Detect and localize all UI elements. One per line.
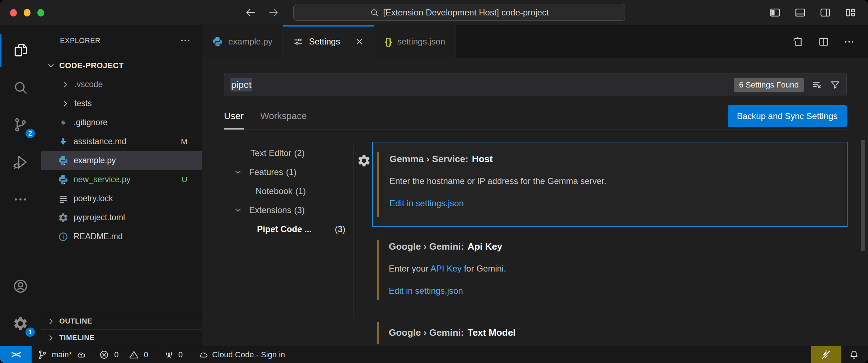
setting-gemma-service-host[interactable]: Gemma › Service:Host Enter the hostname …	[372, 142, 848, 227]
chevron-down-icon	[46, 61, 56, 70]
toggle-secondary-sidebar-icon[interactable]	[819, 6, 831, 19]
tree-item-vscode[interactable]: .vscode	[41, 75, 202, 94]
back-icon[interactable]	[245, 7, 256, 18]
setting-google-gemini-text-model[interactable]: Google › Gemini:Text Model	[372, 323, 848, 346]
notifications-item[interactable]	[849, 349, 859, 360]
setting-actions-gear-icon[interactable]	[357, 154, 371, 168]
tree-item-readme-md[interactable]: README.md	[41, 227, 202, 246]
bell-icon	[849, 349, 859, 360]
tab-bar: example.py Settings {} settings.json	[202, 25, 868, 58]
settings-toc: Text Editor(2) Features(1) Notebook(1) E…	[220, 143, 353, 239]
cloud-code-status-item[interactable]: Cloud Code - Sign in	[199, 350, 285, 360]
scrollbar-thumb[interactable]	[861, 140, 865, 251]
tree-item-pyproject-toml[interactable]: pyproject.toml	[41, 208, 202, 227]
activity-explorer[interactable]	[0, 32, 41, 69]
toggle-primary-sidebar-icon[interactable]	[769, 6, 781, 19]
run-debug-icon	[13, 154, 28, 170]
search-icon	[13, 80, 28, 95]
zoom-window-button[interactable]	[37, 9, 44, 16]
chevron-right-icon	[61, 99, 70, 108]
editor-area: example.py Settings {} settings.json	[202, 25, 868, 346]
explorer-sidebar: EXPLORER CODE-PROJECT .vscode tests	[41, 25, 202, 346]
scope-tab-workspace[interactable]: Workspace	[260, 103, 307, 129]
clear-filters-icon[interactable]	[811, 79, 822, 90]
cloud-upload-icon	[76, 350, 86, 360]
account-icon	[13, 278, 28, 294]
api-key-link[interactable]: API Key	[430, 264, 462, 273]
toc-extensions[interactable]: Extensions(3)	[220, 201, 353, 220]
python-icon	[58, 155, 69, 166]
settings-search-input[interactable]: pipet 6 Settings Found	[224, 74, 847, 96]
branch-status-item[interactable]: main*	[37, 350, 86, 360]
remote-indicator[interactable]: ><	[0, 346, 32, 363]
minimize-window-button[interactable]	[24, 9, 31, 16]
tab-settings[interactable]: Settings	[283, 25, 375, 58]
chevron-right-icon	[46, 317, 56, 326]
filter-funnel-icon[interactable]	[830, 79, 841, 90]
toc-separator[interactable]	[353, 143, 354, 319]
timeline-section[interactable]: TIMELINE	[41, 329, 202, 346]
search-icon	[370, 8, 379, 17]
toc-pipet-code[interactable]: Pipet Code ...(3)	[220, 220, 353, 239]
setting-description: Enter your API Key for Gemini.	[389, 264, 840, 274]
customize-layout-icon[interactable]	[844, 6, 857, 19]
status-bar: >< main* 0 0 0 Cloud Code - Sign in	[0, 346, 868, 363]
setting-title: Gemma › Service:Host	[389, 154, 840, 165]
tree-item-assistance-md[interactable]: assistance.md M	[41, 132, 202, 151]
activity-more[interactable]	[0, 181, 41, 218]
tree-item-new-service-py[interactable]: new_service.py U	[41, 170, 202, 189]
settings-scope-row: User Workspace Backup and Sync Settings	[224, 103, 847, 130]
more-actions-icon[interactable]	[843, 36, 855, 48]
git-modified-badge: M	[181, 137, 187, 146]
outline-section[interactable]: OUTLINE	[41, 313, 202, 329]
tab-example-py[interactable]: example.py	[202, 25, 283, 58]
project-root-row[interactable]: CODE-PROJECT	[41, 56, 202, 75]
activity-settings[interactable]: 1	[0, 305, 41, 342]
open-settings-json-icon[interactable]	[792, 36, 804, 48]
toc-text-editor[interactable]: Text Editor(2)	[220, 143, 353, 162]
tree-item-example-py[interactable]: example.py	[41, 151, 202, 170]
backup-sync-settings-button[interactable]: Backup and Sync Settings	[728, 105, 847, 127]
activity-source-control[interactable]: 2	[0, 106, 41, 143]
problems-status-item[interactable]: 0 0	[99, 350, 148, 360]
flash-off-status-item[interactable]	[811, 346, 841, 363]
tree-item-gitignore[interactable]: .gitignore	[41, 113, 202, 132]
explorer-header-label: EXPLORER	[60, 37, 101, 45]
setting-google-gemini-api-key[interactable]: Google › Gemini:Api Key Enter your API K…	[372, 237, 848, 301]
chevron-right-icon	[46, 333, 56, 343]
close-window-button[interactable]	[10, 9, 17, 16]
activity-bar: 2 1	[0, 25, 41, 346]
gear-icon	[58, 212, 69, 223]
settings-editor: pipet 6 Settings Found User Workspace Ba…	[202, 58, 868, 346]
ports-status-item[interactable]: 0	[164, 350, 183, 360]
tab-settings-json[interactable]: {} settings.json	[374, 25, 456, 58]
radio-tower-icon	[164, 350, 174, 360]
search-value: pipet	[230, 78, 252, 91]
toggle-panel-icon[interactable]	[794, 6, 806, 19]
toc-features[interactable]: Features(1)	[220, 162, 353, 182]
edit-in-settings-json-link[interactable]: Edit in settings.json	[389, 286, 840, 296]
activity-account[interactable]	[0, 268, 41, 305]
chevron-down-icon	[233, 168, 243, 177]
results-count-badge: 6 Settings Found	[734, 78, 804, 92]
toc-notebook[interactable]: Notebook(1)	[220, 182, 353, 201]
activity-run-debug[interactable]	[0, 143, 41, 181]
cloud-icon	[199, 350, 209, 360]
files-icon	[13, 42, 28, 58]
forward-icon[interactable]	[268, 7, 279, 18]
flash-off-icon	[820, 349, 832, 360]
list-lines-icon	[58, 193, 69, 204]
explorer-more-icon[interactable]	[179, 35, 191, 46]
split-editor-icon[interactable]	[818, 36, 830, 48]
scope-tab-user[interactable]: User	[224, 103, 244, 129]
activity-search[interactable]	[0, 69, 41, 106]
tree-item-poetry-lock[interactable]: poetry.lock	[41, 189, 202, 208]
edit-in-settings-json-link[interactable]: Edit in settings.json	[389, 198, 840, 208]
close-icon[interactable]	[355, 37, 364, 46]
project-root-label: CODE-PROJECT	[59, 61, 124, 70]
markdown-arrow-icon	[58, 136, 69, 147]
chevron-right-icon	[61, 80, 70, 89]
command-center[interactable]: [Extension Development Host] code-projec…	[293, 4, 625, 21]
tree-item-tests[interactable]: tests	[41, 94, 202, 113]
json-braces-icon: {}	[384, 36, 392, 47]
